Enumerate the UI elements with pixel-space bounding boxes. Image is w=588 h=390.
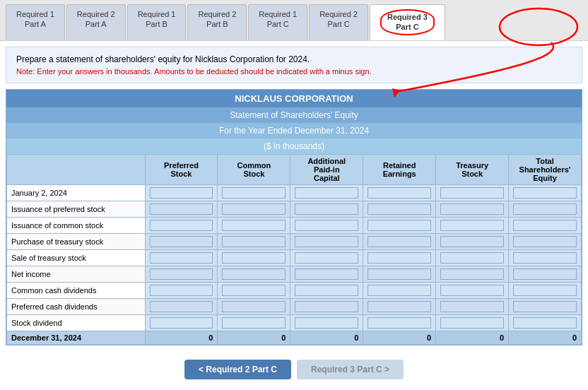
input-0-4[interactable] (440, 187, 504, 199)
cell-7-1[interactable] (218, 298, 290, 314)
input-4-4[interactable] (440, 252, 504, 264)
cell-5-4[interactable] (436, 266, 509, 282)
cell-8-1[interactable] (218, 314, 290, 331)
input-0-1[interactable] (222, 187, 286, 199)
cell-5-2[interactable] (290, 266, 363, 282)
input-7-3[interactable] (368, 301, 431, 312)
cell-1-0[interactable] (145, 201, 218, 217)
cell-0-0[interactable] (145, 184, 218, 201)
input-5-4[interactable] (440, 268, 504, 280)
input-8-0[interactable] (150, 317, 213, 329)
input-2-1[interactable] (222, 220, 286, 231)
input-4-3[interactable] (368, 252, 431, 264)
cell-5-1[interactable] (218, 266, 290, 282)
input-7-4[interactable] (440, 301, 504, 312)
cell-4-4[interactable] (436, 249, 509, 266)
input-3-5[interactable] (513, 236, 577, 247)
cell-6-5[interactable] (509, 282, 582, 298)
cell-0-4[interactable] (436, 184, 509, 201)
cell-5-0[interactable] (145, 266, 218, 282)
input-6-2[interactable] (295, 285, 358, 296)
cell-2-2[interactable] (290, 217, 363, 233)
cell-6-0[interactable] (145, 282, 218, 298)
cell-1-1[interactable] (218, 201, 290, 217)
tab-req2b[interactable]: Required 2Part B (187, 4, 247, 40)
input-1-1[interactable] (222, 203, 286, 215)
cell-4-1[interactable] (218, 249, 290, 266)
prev-button[interactable]: < Required 2 Part C (184, 360, 291, 379)
input-8-1[interactable] (222, 317, 286, 329)
input-2-5[interactable] (513, 220, 577, 231)
input-7-1[interactable] (222, 301, 286, 312)
cell-3-2[interactable] (290, 233, 363, 249)
input-7-0[interactable] (150, 301, 213, 312)
input-1-4[interactable] (440, 203, 504, 215)
cell-2-4[interactable] (436, 217, 509, 233)
cell-8-5[interactable] (509, 314, 582, 331)
cell-2-0[interactable] (145, 217, 218, 233)
cell-3-3[interactable] (363, 233, 436, 249)
input-1-0[interactable] (150, 203, 213, 215)
input-3-1[interactable] (222, 236, 286, 247)
input-0-2[interactable] (295, 187, 358, 199)
cell-2-5[interactable] (509, 217, 582, 233)
input-7-2[interactable] (295, 301, 358, 312)
cell-6-4[interactable] (436, 282, 509, 298)
input-6-5[interactable] (513, 285, 577, 296)
cell-3-4[interactable] (436, 233, 509, 249)
input-6-0[interactable] (150, 285, 213, 296)
input-1-3[interactable] (368, 203, 431, 215)
cell-6-2[interactable] (290, 282, 363, 298)
input-5-0[interactable] (150, 268, 213, 280)
cell-4-3[interactable] (363, 249, 436, 266)
input-0-0[interactable] (150, 187, 213, 199)
input-3-3[interactable] (368, 236, 431, 247)
input-2-4[interactable] (440, 220, 504, 231)
input-2-2[interactable] (295, 220, 358, 231)
cell-1-2[interactable] (290, 201, 363, 217)
input-3-4[interactable] (440, 236, 504, 247)
cell-2-3[interactable] (363, 217, 436, 233)
cell-7-2[interactable] (290, 298, 363, 314)
input-5-2[interactable] (295, 268, 358, 280)
cell-2-1[interactable] (218, 217, 290, 233)
input-4-0[interactable] (150, 252, 213, 264)
cell-3-5[interactable] (509, 233, 582, 249)
input-5-5[interactable] (513, 268, 577, 280)
cell-7-4[interactable] (436, 298, 509, 314)
input-3-0[interactable] (150, 236, 213, 247)
cell-1-4[interactable] (436, 201, 509, 217)
cell-1-3[interactable] (363, 201, 436, 217)
cell-6-3[interactable] (363, 282, 436, 298)
input-1-2[interactable] (295, 203, 358, 215)
tab-req2a[interactable]: Required 2Part A (66, 4, 126, 40)
cell-8-3[interactable] (363, 314, 436, 331)
cell-0-3[interactable] (363, 184, 436, 201)
input-0-5[interactable] (513, 187, 577, 199)
input-5-1[interactable] (222, 268, 286, 280)
cell-4-5[interactable] (509, 249, 582, 266)
input-8-5[interactable] (513, 317, 577, 329)
cell-7-0[interactable] (145, 298, 218, 314)
cell-4-0[interactable] (145, 249, 218, 266)
input-6-4[interactable] (440, 285, 504, 296)
cell-1-5[interactable] (509, 201, 582, 217)
tab-req1a[interactable]: Required 1Part A (6, 4, 65, 40)
input-6-3[interactable] (368, 285, 431, 296)
input-8-3[interactable] (368, 317, 431, 329)
cell-7-5[interactable] (509, 298, 582, 314)
cell-8-0[interactable] (145, 314, 218, 331)
input-4-1[interactable] (222, 252, 286, 264)
input-2-0[interactable] (150, 220, 213, 231)
input-8-4[interactable] (440, 317, 504, 329)
cell-3-1[interactable] (218, 233, 290, 249)
tab-req2c[interactable]: Required 2Part C (309, 4, 368, 40)
input-6-1[interactable] (222, 285, 286, 296)
tab-req3c[interactable]: Required 3Part C (370, 4, 445, 40)
input-8-2[interactable] (295, 317, 358, 329)
input-1-5[interactable] (513, 203, 577, 215)
cell-5-5[interactable] (509, 266, 582, 282)
cell-0-5[interactable] (509, 184, 582, 201)
input-4-2[interactable] (295, 252, 358, 264)
input-7-5[interactable] (513, 301, 577, 312)
